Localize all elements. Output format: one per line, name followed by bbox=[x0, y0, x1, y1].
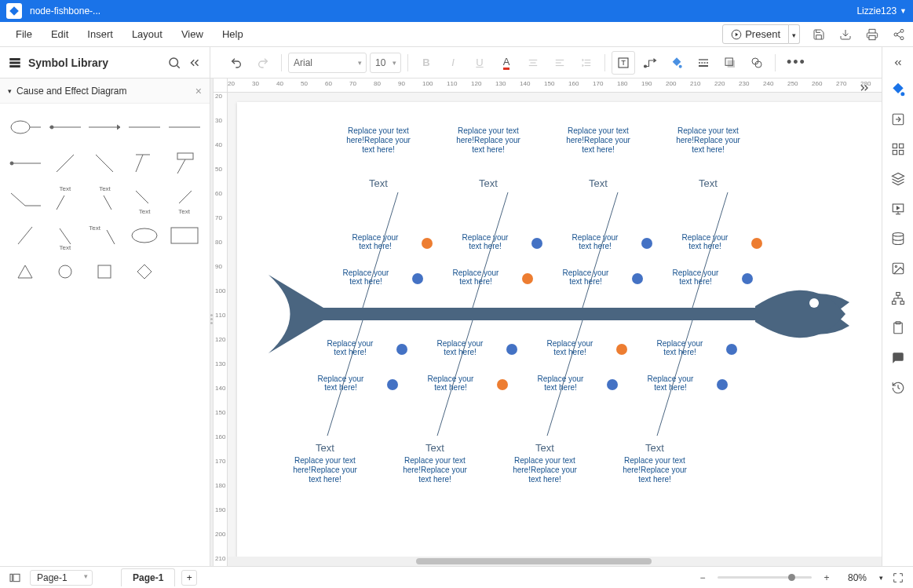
close-icon[interactable]: × bbox=[195, 85, 202, 97]
svg-text:Replace yourtext here!: Replace yourtext here! bbox=[682, 233, 729, 250]
shape-square[interactable] bbox=[87, 256, 122, 287]
share-icon[interactable] bbox=[891, 27, 907, 42]
font-color-button[interactable]: A bbox=[495, 51, 518, 75]
horizontal-scrollbar[interactable] bbox=[228, 557, 882, 566]
save-icon[interactable] bbox=[811, 27, 827, 42]
chevron-down-icon[interactable]: ▾ bbox=[879, 574, 883, 582]
shape-bone5[interactable] bbox=[8, 220, 43, 251]
zoom-slider[interactable] bbox=[718, 576, 812, 579]
shape-text-bone2[interactable]: Text bbox=[87, 184, 122, 215]
canvas-page[interactable]: Replace your texthere!Replace yourtext h… bbox=[237, 102, 882, 566]
italic-button[interactable]: I bbox=[441, 51, 465, 75]
theme-icon[interactable] bbox=[884, 75, 912, 104]
image-panel-icon[interactable] bbox=[884, 254, 912, 283]
zoom-in-button[interactable]: + bbox=[818, 569, 835, 586]
zoom-level[interactable]: 80% bbox=[842, 572, 873, 583]
line-style-button[interactable] bbox=[692, 51, 715, 75]
svg-point-3 bbox=[900, 29, 904, 32]
shape-ops-button[interactable] bbox=[745, 51, 769, 75]
menu-edit[interactable]: Edit bbox=[42, 24, 78, 45]
svg-point-92 bbox=[396, 344, 407, 355]
shape-category-header[interactable]: ▾ Cause and Effect Diagram × bbox=[0, 79, 210, 104]
shape-bone-line[interactable] bbox=[8, 184, 43, 215]
shape-t-bone[interactable] bbox=[127, 148, 163, 179]
present-button[interactable]: Present bbox=[722, 24, 789, 44]
layers-icon[interactable] bbox=[884, 165, 912, 193]
shape-line[interactable] bbox=[127, 111, 163, 143]
shape-line2[interactable] bbox=[166, 111, 202, 143]
shadow-button[interactable] bbox=[718, 51, 742, 75]
shape-text-bone1[interactable]: Text bbox=[48, 184, 83, 215]
menu-view[interactable]: View bbox=[172, 24, 213, 45]
shape-diag-up[interactable] bbox=[48, 148, 83, 179]
fill-color-button[interactable] bbox=[665, 51, 688, 75]
svg-text:Text: Text bbox=[479, 177, 498, 189]
font-family-select[interactable]: Arial bbox=[288, 53, 367, 73]
undo-button[interactable] bbox=[225, 51, 248, 75]
more-tools-button[interactable]: ••• bbox=[782, 54, 811, 71]
align-h-button[interactable] bbox=[521, 51, 545, 75]
shape-ellipse[interactable] bbox=[127, 220, 163, 251]
data-icon[interactable] bbox=[884, 225, 912, 253]
page-tab[interactable]: Page-1 bbox=[121, 568, 175, 586]
menu-bar: File Edit Insert Layout View Help Presen… bbox=[0, 22, 913, 47]
align-v-button[interactable] bbox=[548, 51, 572, 75]
svg-point-117 bbox=[900, 92, 904, 96]
slideshow-icon[interactable] bbox=[884, 195, 912, 223]
svg-text:Replace yourtext here!: Replace yourtext here! bbox=[327, 339, 374, 356]
zoom-out-button[interactable]: − bbox=[694, 569, 711, 586]
collapse-left-icon[interactable] bbox=[188, 56, 202, 70]
search-icon[interactable] bbox=[167, 56, 181, 70]
shape-circle[interactable] bbox=[48, 256, 83, 287]
shape-arrow[interactable] bbox=[87, 111, 122, 143]
svg-text:Replace yourtext here!: Replace yourtext here! bbox=[462, 233, 509, 250]
line-spacing-button[interactable] bbox=[575, 51, 598, 75]
clipboard-icon[interactable] bbox=[884, 314, 912, 342]
download-icon[interactable] bbox=[838, 27, 853, 42]
shape-text-bone7[interactable]: Text bbox=[87, 220, 122, 251]
svg-point-11 bbox=[170, 58, 178, 67]
shape-text-bone4[interactable]: Text bbox=[166, 184, 202, 215]
shape-dot-line[interactable] bbox=[8, 148, 43, 179]
user-menu[interactable]: Lizzie123 ▼ bbox=[856, 5, 907, 16]
svg-marker-124 bbox=[892, 173, 904, 180]
fullscreen-icon[interactable] bbox=[889, 569, 907, 586]
print-icon[interactable] bbox=[864, 27, 880, 42]
expand-right-panel-icon[interactable] bbox=[882, 52, 913, 74]
right-tool-rail bbox=[882, 47, 913, 566]
menu-help[interactable]: Help bbox=[213, 24, 253, 45]
font-size-select[interactable]: 10 bbox=[370, 53, 401, 73]
shape-spine[interactable] bbox=[48, 111, 83, 143]
canvas-viewport[interactable]: 2030405060708090100110120130140150160170… bbox=[214, 79, 882, 566]
shape-diamond[interactable] bbox=[127, 256, 163, 287]
shape-diag-down[interactable] bbox=[87, 148, 122, 179]
collapse-right-icon[interactable] bbox=[858, 82, 871, 97]
svg-line-23 bbox=[96, 155, 113, 172]
add-page-button[interactable]: + bbox=[181, 570, 197, 586]
menu-file[interactable]: File bbox=[6, 24, 42, 45]
bold-button[interactable]: B bbox=[415, 51, 438, 75]
shape-text-bone3[interactable]: Text bbox=[127, 184, 163, 215]
connector-tool-button[interactable] bbox=[638, 51, 662, 75]
underline-button[interactable]: U bbox=[468, 51, 491, 75]
shape-text-bone6[interactable]: Text bbox=[48, 220, 83, 251]
text-tool-button[interactable]: T bbox=[612, 51, 635, 75]
svg-text:Replace your texthere!Replace : Replace your texthere!Replace yourtext h… bbox=[346, 126, 411, 154]
fishbone-diagram[interactable]: Replace your texthere!Replace yourtext h… bbox=[237, 102, 882, 566]
comments-icon[interactable] bbox=[884, 344, 912, 372]
present-dropdown[interactable]: ▾ bbox=[789, 24, 800, 44]
shape-triangle[interactable] bbox=[8, 256, 43, 287]
shape-fish-head[interactable] bbox=[8, 111, 43, 143]
export-panel-icon[interactable] bbox=[884, 105, 912, 133]
outline-icon[interactable] bbox=[6, 569, 24, 586]
redo-button[interactable] bbox=[251, 51, 275, 75]
svg-rect-122 bbox=[893, 151, 897, 155]
menu-insert[interactable]: Insert bbox=[78, 24, 122, 45]
shape-rect-bone[interactable] bbox=[166, 148, 202, 179]
history-icon[interactable] bbox=[884, 374, 912, 402]
menu-layout[interactable]: Layout bbox=[122, 24, 172, 45]
sitemap-icon[interactable] bbox=[884, 284, 912, 312]
shape-rect[interactable] bbox=[166, 220, 202, 251]
components-icon[interactable] bbox=[884, 135, 912, 163]
page-select[interactable]: Page-1 bbox=[30, 570, 93, 586]
